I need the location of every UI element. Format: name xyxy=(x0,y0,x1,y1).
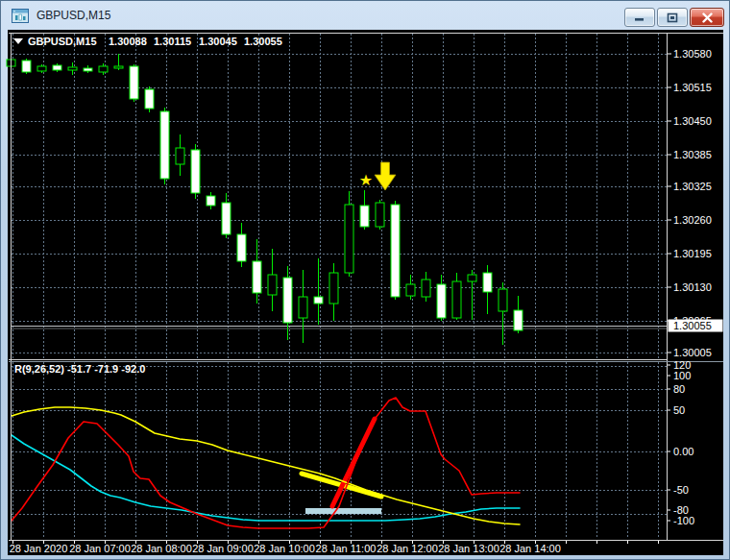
indicator-scale-label: 0.00 xyxy=(673,446,694,457)
indicator-scale-label: -100 xyxy=(673,515,694,526)
candle-body xyxy=(191,150,200,193)
candle-body xyxy=(406,284,415,296)
time-axis-label: 28 Jan 11:00 xyxy=(316,543,377,554)
candle-body xyxy=(84,68,92,71)
chart-canvas[interactable]: ★1.305801.305151.304501.303851.303251.30… xyxy=(1,1,730,560)
candle-body xyxy=(437,284,446,318)
indicator-scale-label: 50 xyxy=(673,404,685,416)
chart-client-area[interactable] xyxy=(8,30,723,555)
candle-body xyxy=(145,89,154,109)
time-axis-label: 28 Jan 07:00 xyxy=(69,543,131,554)
candle-body xyxy=(222,203,231,234)
price-axis-label: 1.30260 xyxy=(673,214,712,226)
header-low: 1.30045 xyxy=(199,36,237,47)
mt4-chart-window: GBPUSD,M15 ★1.305801.305151.304501.30385… xyxy=(0,0,730,560)
candle-body xyxy=(160,111,169,179)
time-axis-label: 28 Jan 08:00 xyxy=(131,543,192,554)
candle-body xyxy=(114,66,123,68)
price-axis-label: 1.30325 xyxy=(673,181,712,192)
time-axis-label: 28 Jan 09:00 xyxy=(192,543,254,554)
candle-body xyxy=(237,234,246,261)
candle-body xyxy=(391,205,400,297)
candle-body xyxy=(176,148,184,164)
candle-body xyxy=(253,261,261,293)
indicator-label: R(9,26,52) -51.7 -71.9 -92.0 xyxy=(14,363,145,375)
current-price-label: 1.30055 xyxy=(673,320,712,331)
time-axis-label: 28 Jan 14:00 xyxy=(499,543,561,554)
candle-body xyxy=(283,278,292,323)
candle-body xyxy=(68,67,77,70)
candle-body xyxy=(207,196,215,206)
candle-body xyxy=(130,66,138,99)
price-axis-label: 1.30005 xyxy=(673,347,712,358)
price-axis-label: 1.30515 xyxy=(673,82,712,93)
indicator-scale-label: 80 xyxy=(673,383,685,395)
time-axis-label: 28 Jan 12:00 xyxy=(377,543,438,554)
candle-body xyxy=(314,297,323,304)
candle-body xyxy=(499,289,507,311)
candle-body xyxy=(345,205,353,273)
candle-body xyxy=(22,61,31,72)
price-axis-label: 1.30580 xyxy=(673,48,712,60)
header-open: 1.30088 xyxy=(109,36,147,47)
candle-body xyxy=(422,280,430,297)
candle-body xyxy=(299,297,307,318)
price-axis-label: 1.30195 xyxy=(673,248,712,259)
candle-body xyxy=(468,275,476,281)
indicator-scale-label: -50 xyxy=(673,484,689,496)
candle-body xyxy=(37,66,46,71)
candle-body xyxy=(360,206,369,227)
indicator-scale-label: 100 xyxy=(673,370,691,381)
candle-body xyxy=(452,281,461,318)
time-axis-label: 28 Jan 10:00 xyxy=(254,543,315,554)
header-symbol: GBPUSD,M15 xyxy=(28,36,97,47)
header-close: 1.30055 xyxy=(244,36,282,47)
price-axis-label: 1.30450 xyxy=(673,115,712,127)
star-marker-icon: ★ xyxy=(359,172,373,188)
candle-body xyxy=(376,203,384,227)
candle-body xyxy=(99,66,108,72)
price-axis-label: 1.30130 xyxy=(673,281,712,293)
time-axis-label: 28 Jan 2020 xyxy=(10,543,68,554)
candle-body xyxy=(53,65,61,70)
candle-body xyxy=(268,275,277,295)
candle-body xyxy=(329,273,338,304)
price-axis-label: 1.30385 xyxy=(673,149,712,160)
candle-body xyxy=(514,310,523,330)
time-axis-label: 28 Jan 13:00 xyxy=(438,543,499,554)
header-high: 1.30115 xyxy=(154,36,191,47)
candle-body xyxy=(483,273,492,292)
